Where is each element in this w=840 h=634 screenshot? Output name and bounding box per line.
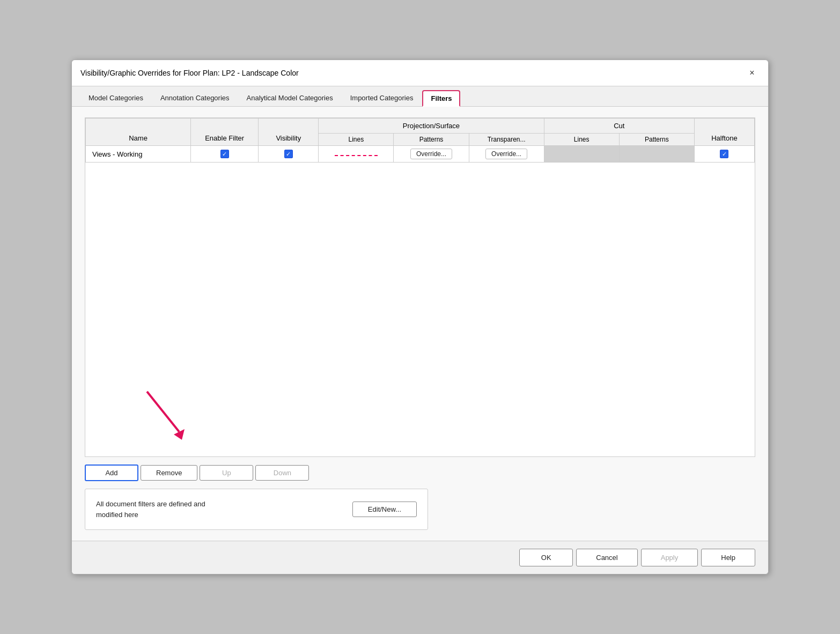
row-proj-lines[interactable]	[319, 146, 394, 163]
filter-table: Name Enable Filter Visibility Projection…	[85, 117, 755, 457]
col-subheader-proj-patterns: Patterns	[394, 134, 469, 146]
col-header-halftone: Halftone	[694, 119, 754, 146]
remove-button[interactable]: Remove	[141, 465, 197, 481]
col-header-visibility: Visibility	[259, 119, 319, 146]
up-button[interactable]: Up	[200, 465, 253, 481]
footer: OK Cancel Apply Help	[72, 541, 768, 574]
row-action-buttons: Add Remove Up Down	[85, 465, 755, 481]
col-header-name: Name	[86, 119, 191, 146]
proj-transparency-override-button[interactable]: Override...	[485, 149, 527, 159]
proj-patterns-override-button[interactable]: Override...	[410, 149, 452, 159]
dialog-title: Visibility/Graphic Overrides for Floor P…	[80, 69, 299, 77]
col-header-enable-filter: Enable Filter	[191, 119, 259, 146]
tab-imported-categories[interactable]: Imported Categories	[342, 90, 422, 107]
content-area: Name Enable Filter Visibility Projection…	[72, 107, 768, 541]
tab-model-categories[interactable]: Model Categories	[80, 90, 151, 107]
row-name: Views - Working	[86, 146, 191, 163]
apply-button[interactable]: Apply	[641, 549, 698, 566]
row-halftone[interactable]: ✓	[694, 146, 754, 163]
row-cut-patterns	[619, 146, 694, 163]
col-subheader-cut-patterns: Patterns	[619, 134, 694, 146]
close-button[interactable]: ×	[745, 65, 760, 80]
dashed-line-preview	[335, 152, 378, 156]
row-proj-transparency[interactable]: Override...	[469, 146, 544, 163]
down-button[interactable]: Down	[255, 465, 309, 481]
ok-button[interactable]: OK	[519, 549, 573, 566]
col-subheader-proj-lines: Lines	[319, 134, 394, 146]
edit-new-button[interactable]: Edit/New...	[352, 502, 417, 517]
row-cut-lines	[544, 146, 619, 163]
info-box: All document filters are defined andmodi…	[85, 489, 428, 530]
cancel-button[interactable]: Cancel	[576, 549, 637, 566]
col-header-cut: Cut	[544, 119, 694, 134]
enable-filter-checkbox[interactable]: ✓	[220, 150, 229, 158]
main-dialog: Visibility/Graphic Overrides for Floor P…	[71, 60, 769, 574]
visibility-checkbox[interactable]: ✓	[284, 150, 293, 158]
row-proj-patterns[interactable]: Override...	[394, 146, 469, 163]
add-button[interactable]: Add	[85, 465, 138, 481]
col-subheader-cut-lines: Lines	[544, 134, 619, 146]
help-button[interactable]: Help	[701, 549, 755, 566]
tab-analytical-model-categories[interactable]: Analytical Model Categories	[239, 90, 341, 107]
title-bar: Visibility/Graphic Overrides for Floor P…	[72, 60, 768, 86]
row-enable-filter[interactable]: ✓	[191, 146, 259, 163]
col-header-projection-surface: Projection/Surface	[319, 119, 544, 134]
row-visibility[interactable]: ✓	[259, 146, 319, 163]
col-subheader-proj-transparency: Transparen...	[469, 134, 544, 146]
tab-annotation-categories[interactable]: Annotation Categories	[152, 90, 238, 107]
tab-bar: Model Categories Annotation Categories A…	[72, 86, 768, 107]
tab-filters[interactable]: Filters	[422, 90, 460, 107]
info-text: All document filters are defined andmodi…	[96, 499, 205, 520]
halftone-checkbox[interactable]: ✓	[720, 150, 728, 158]
table-row: Views - Working ✓ ✓ Override...	[86, 146, 755, 163]
